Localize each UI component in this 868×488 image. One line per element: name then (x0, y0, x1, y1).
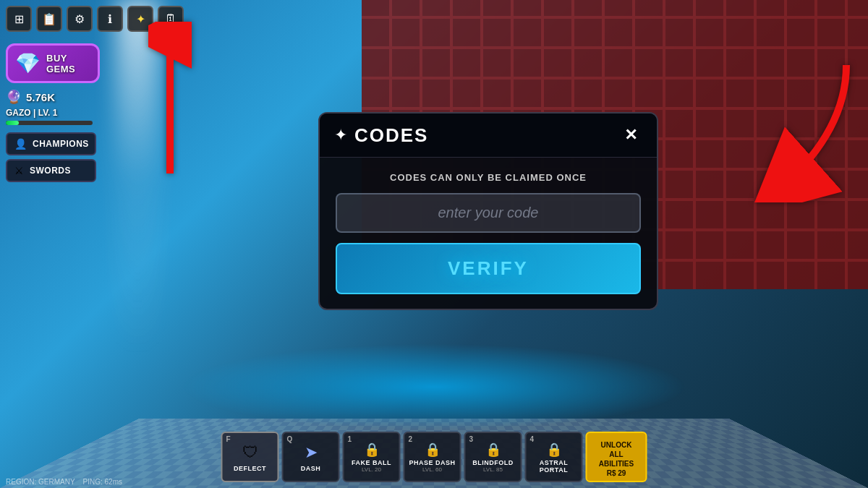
verify-button[interactable]: VERIFY (336, 243, 641, 294)
modal-header: ✦ CODES ✕ (320, 114, 657, 158)
codes-notice: CODES CAN ONLY BE CLAIMED ONCE (336, 172, 641, 183)
modal-close-button[interactable]: ✕ (619, 124, 642, 147)
modal-title: CODES (354, 124, 428, 147)
modal-body: CODES CAN ONLY BE CLAIMED ONCE VERIFY (320, 158, 657, 309)
codes-modal: ✦ CODES ✕ CODES CAN ONLY BE CLAIMED ONCE… (318, 112, 658, 310)
modal-overlay: ✦ CODES ✕ CODES CAN ONLY BE CLAIMED ONCE… (0, 0, 868, 488)
modal-sparkle-icon: ✦ (334, 126, 347, 145)
code-input[interactable] (336, 193, 641, 233)
modal-title-group: ✦ CODES (334, 124, 428, 147)
